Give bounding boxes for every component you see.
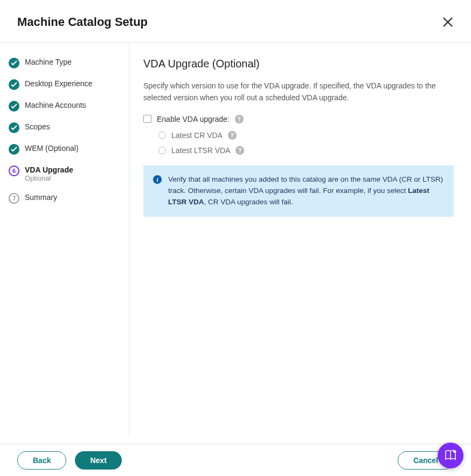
back-button[interactable]: Back — [17, 451, 66, 470]
info-box: i Verify that all machines you added to … — [143, 165, 454, 217]
sidebar-step-label: VDA Upgrade — [25, 165, 73, 174]
enable-vda-upgrade-label: Enable VDA upgrade: — [157, 115, 230, 123]
check-icon — [9, 58, 19, 68]
latest-ltsr-vda-label: Latest LTSR VDA — [171, 146, 230, 155]
sidebar-step-vda-upgrade[interactable]: 6 VDA Upgrade Optional — [9, 165, 120, 182]
latest-cr-vda-row: Latest CR VDA ? — [158, 131, 454, 140]
latest-cr-vda-radio[interactable] — [158, 132, 166, 139]
latest-cr-vda-label: Latest CR VDA — [171, 131, 223, 140]
enable-vda-upgrade-checkbox[interactable] — [143, 115, 151, 123]
check-icon — [9, 101, 19, 112]
sidebar-step-sublabel: Optional — [25, 174, 73, 182]
footer: Back Next Cancel — [0, 444, 471, 476]
sidebar-step-label: Machine Type — [25, 58, 72, 66]
book-icon — [444, 449, 458, 463]
sidebar-step-label: Summary — [25, 193, 57, 202]
check-icon — [9, 122, 19, 133]
wizard-sidebar: Machine Type Desktop Experience Machine … — [0, 43, 129, 438]
sidebar-step-label: Machine Accounts — [25, 101, 86, 109]
latest-ltsr-vda-row: Latest LTSR VDA ? — [158, 146, 454, 155]
header: Machine Catalog Setup — [0, 0, 471, 43]
main-content: VDA Upgrade (Optional) Specify which ver… — [129, 43, 471, 438]
sidebar-step-scopes[interactable]: Scopes — [9, 122, 120, 133]
sidebar-step-label: Desktop Experience — [25, 79, 92, 88]
sidebar-step-summary[interactable]: 7 Summary — [9, 193, 120, 204]
close-icon[interactable] — [442, 16, 454, 28]
sidebar-step-machine-accounts[interactable]: Machine Accounts — [9, 101, 120, 112]
step-number-icon: 6 — [9, 165, 19, 176]
content-description: Specify which version to use for the VDA… — [143, 80, 454, 104]
help-icon[interactable]: ? — [228, 131, 237, 140]
sidebar-step-desktop-experience[interactable]: Desktop Experience — [9, 79, 120, 90]
help-fab[interactable] — [438, 443, 463, 468]
enable-vda-upgrade-row: Enable VDA upgrade: ? — [143, 115, 454, 123]
sidebar-step-label: Scopes — [25, 122, 50, 131]
check-icon — [9, 79, 19, 90]
check-icon — [9, 144, 19, 155]
content-heading: VDA Upgrade (Optional) — [143, 58, 454, 70]
sidebar-step-machine-type[interactable]: Machine Type — [9, 58, 120, 68]
sidebar-step-wem[interactable]: WEM (Optional) — [9, 144, 120, 155]
help-icon[interactable]: ? — [235, 115, 244, 123]
page-title: Machine Catalog Setup — [17, 15, 148, 29]
help-icon[interactable]: ? — [236, 146, 244, 155]
next-button[interactable]: Next — [75, 451, 121, 470]
info-icon: i — [153, 175, 162, 184]
sidebar-step-label: WEM (Optional) — [25, 144, 79, 153]
info-text: Verify that all machines you added to th… — [168, 174, 444, 208]
latest-ltsr-vda-radio[interactable] — [158, 147, 166, 154]
step-number-icon: 7 — [9, 193, 19, 204]
